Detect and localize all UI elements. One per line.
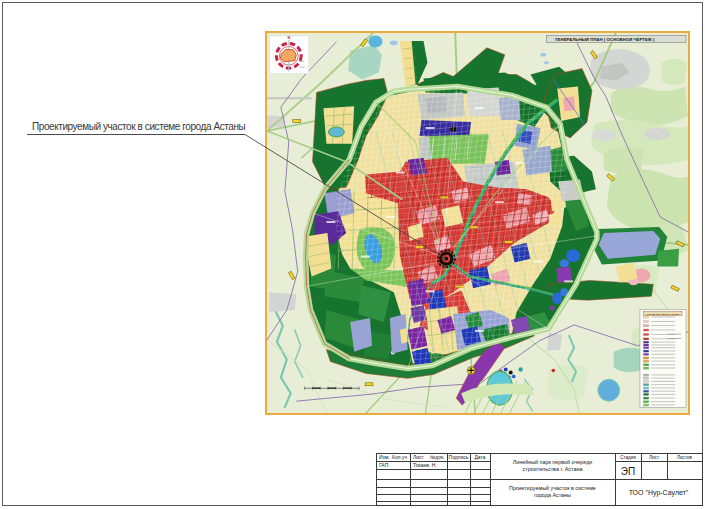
svg-text:Лист: Лист xyxy=(649,455,660,460)
svg-text:Линейный парк первой очереди: Линейный парк первой очереди xyxy=(513,459,593,465)
svg-text:ГЕНЕРАЛЬНЫЙ ПЛАН ( ОСНОВНОЙ ЧЕ: ГЕНЕРАЛЬНЫЙ ПЛАН ( ОСНОВНОЙ ЧЕРТЁЖ ) xyxy=(555,37,655,42)
svg-text:Подпись: Подпись xyxy=(449,454,469,460)
svg-text:ГАП: ГАП xyxy=(379,462,389,468)
svg-text:Лист: Лист xyxy=(413,454,425,460)
svg-text:города Астаны: города Астаны xyxy=(534,492,571,498)
svg-text:Изм.: Изм. xyxy=(379,454,390,460)
svg-text:ЭП: ЭП xyxy=(621,466,635,477)
svg-text:Проектируемый участок в систем: Проектируемый участок в системе xyxy=(509,485,596,491)
svg-text:ТОО "Нур-Саулет": ТОО "Нур-Саулет" xyxy=(629,489,689,497)
svg-text:Стадия: Стадия xyxy=(620,455,636,460)
svg-text:строительства г. Астана: строительства г. Астана xyxy=(523,466,583,472)
svg-text:Дата: Дата xyxy=(474,454,485,460)
svg-text:№док.: №док. xyxy=(430,454,445,460)
svg-text:Токаев. Н.: Токаев. Н. xyxy=(413,462,437,468)
svg-text:Кол.уч: Кол.уч xyxy=(392,454,407,460)
svg-text:N: N xyxy=(287,36,290,40)
svg-text:УСЛОВНЫЕ ОБОЗНАЧЕНИЯ: УСЛОВНЫЕ ОБОЗНАЧЕНИЯ xyxy=(646,313,679,316)
svg-text:Листов: Листов xyxy=(677,455,692,460)
